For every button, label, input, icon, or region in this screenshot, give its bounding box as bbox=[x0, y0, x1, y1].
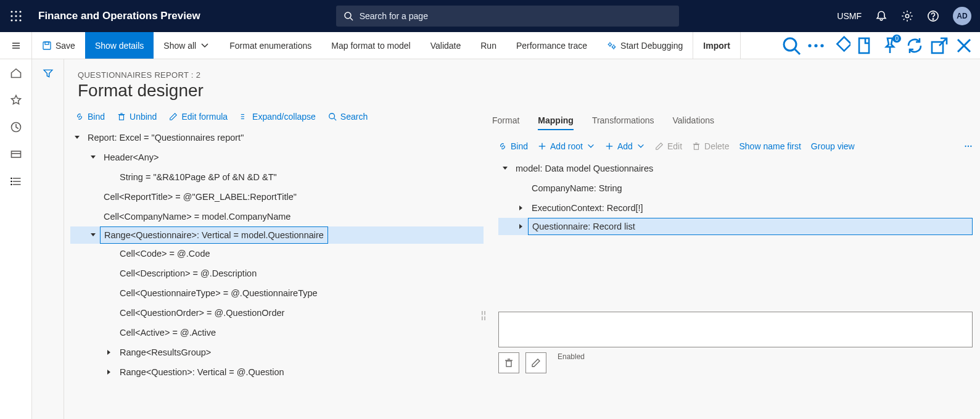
popout-icon[interactable] bbox=[929, 36, 949, 56]
tree-toggle[interactable] bbox=[498, 165, 512, 172]
add-root-button[interactable]: Add root bbox=[538, 141, 595, 151]
attachments-icon[interactable] bbox=[855, 36, 875, 56]
tree-node[interactable]: Cell<CompanyName> = model.CompanyName bbox=[70, 207, 484, 226]
tree-node-label: String = "&R&10Page &P of &N &D &T" bbox=[116, 167, 281, 187]
tree-node-label: Header<Any> bbox=[100, 147, 162, 167]
search-input[interactable] bbox=[360, 11, 672, 21]
tree-node-label: Questionnaire: Record list bbox=[528, 218, 973, 235]
tree-node[interactable]: Questionnaire: Record list bbox=[498, 218, 973, 235]
tree-node-label: Report: Excel = "Questionnaires report" bbox=[84, 128, 247, 147]
map-format-button[interactable]: Map format to model bbox=[321, 32, 420, 59]
modules-icon[interactable] bbox=[10, 175, 22, 188]
help-icon[interactable] bbox=[927, 10, 939, 22]
tree-node-label: Range<Questionnaire>: Vertical = model.Q… bbox=[100, 226, 328, 244]
tree-node[interactable]: CompanyName: String bbox=[498, 178, 973, 198]
add-button[interactable]: Add bbox=[605, 141, 645, 151]
tab-validations[interactable]: Validations bbox=[673, 112, 714, 130]
related-info-icon[interactable] bbox=[831, 36, 850, 56]
tree-node[interactable]: Report: Excel = "Questionnaires report" bbox=[70, 128, 484, 147]
page-title: Format designer bbox=[64, 80, 980, 112]
show-name-first-button[interactable]: Show name first bbox=[739, 141, 801, 151]
settings-icon[interactable] bbox=[901, 10, 913, 22]
tree-toggle[interactable] bbox=[102, 349, 116, 355]
tree-toggle[interactable] bbox=[86, 154, 100, 160]
enabled-label: Enabled bbox=[558, 352, 585, 361]
tree-node-label: Cell<QuestionOrder> = @.QuestionOrder bbox=[116, 303, 288, 323]
nav-toggle[interactable] bbox=[0, 32, 32, 59]
tree-toggle[interactable] bbox=[86, 232, 100, 238]
tree-node[interactable]: Range<Questionnaire>: Vertical = model.Q… bbox=[70, 226, 484, 244]
global-search[interactable] bbox=[336, 6, 679, 27]
tree-node-label: Range<Question>: Vertical = @.Question bbox=[116, 362, 288, 382]
tree-toggle[interactable] bbox=[70, 135, 84, 141]
group-view-button[interactable]: Group view bbox=[811, 141, 855, 151]
avatar[interactable]: AD bbox=[953, 7, 971, 25]
chevron-down-icon bbox=[200, 41, 210, 51]
notifications-icon[interactable] bbox=[875, 10, 887, 22]
workspaces-icon[interactable] bbox=[10, 148, 22, 160]
filter-column[interactable] bbox=[32, 59, 64, 419]
tree-node[interactable]: Range<ResultsGroup> bbox=[70, 342, 484, 362]
import-button[interactable]: Import bbox=[693, 32, 741, 59]
search-icon bbox=[344, 11, 353, 21]
tree-node-label: Cell<Code> = @.Code bbox=[116, 244, 214, 263]
tree-node[interactable]: Cell<ReportTitle> = @"GER_LABEL:ReportTi… bbox=[70, 187, 484, 207]
tree-node[interactable]: Cell<Active> = @.Active bbox=[70, 323, 484, 342]
tab-mapping[interactable]: Mapping bbox=[538, 112, 574, 130]
tree-search-button[interactable]: Search bbox=[328, 112, 368, 122]
filter-icon bbox=[43, 68, 54, 79]
tree-node[interactable]: Cell<Code> = @.Code bbox=[70, 244, 484, 263]
tree-toggle[interactable] bbox=[514, 223, 528, 230]
tree-toggle[interactable] bbox=[102, 369, 116, 375]
validate-button[interactable]: Validate bbox=[421, 32, 471, 59]
show-details-button[interactable]: Show details bbox=[85, 32, 154, 59]
tab-format[interactable]: Format bbox=[492, 112, 519, 130]
bind-button[interactable]: Bind bbox=[75, 112, 105, 122]
tree-node[interactable]: String = "&R&10Page &P of &N &D &T" bbox=[70, 167, 484, 187]
close-icon[interactable] bbox=[954, 36, 974, 56]
recent-icon[interactable] bbox=[10, 121, 22, 133]
mapping-more-icon[interactable] bbox=[964, 142, 973, 151]
chevron-down-icon bbox=[636, 142, 645, 151]
messages-icon[interactable]: 0 bbox=[880, 36, 900, 56]
chevron-down-icon bbox=[587, 142, 595, 151]
company-label[interactable]: USMF bbox=[837, 11, 862, 21]
tab-transformations[interactable]: Transformations bbox=[592, 112, 654, 130]
save-button[interactable]: Save bbox=[32, 32, 85, 59]
expand-collapse-button[interactable]: Expand/collapse bbox=[240, 112, 316, 122]
tree-node[interactable]: Range<Question>: Vertical = @.Question bbox=[70, 362, 484, 382]
tree-node[interactable]: Cell<QuestionnaireType> = @.Questionnair… bbox=[70, 283, 484, 303]
favorites-icon[interactable] bbox=[10, 94, 22, 106]
breadcrumb: QUESTIONNAIRES REPORT : 2 bbox=[64, 59, 980, 80]
tree-node[interactable]: Header<Any> bbox=[70, 147, 484, 167]
mapping-bind-button[interactable]: Bind bbox=[498, 141, 528, 151]
format-tree[interactable]: Report: Excel = "Questionnaires report"H… bbox=[64, 128, 484, 382]
tree-toggle[interactable] bbox=[514, 205, 528, 211]
formula-textbox[interactable] bbox=[498, 312, 973, 347]
tree-node[interactable]: ExecutionContext: Record[!] bbox=[498, 198, 973, 218]
find-icon[interactable] bbox=[781, 36, 801, 56]
run-button[interactable]: Run bbox=[471, 32, 506, 59]
left-rail bbox=[0, 59, 32, 419]
formula-delete-button[interactable] bbox=[498, 352, 519, 373]
tree-node-label: Cell<Active> = @.Active bbox=[116, 323, 220, 342]
more-commands-icon[interactable] bbox=[806, 36, 826, 56]
tree-node[interactable]: model: Data model Questionnaires bbox=[498, 159, 973, 178]
tree-node[interactable]: Cell<QuestionOrder> = @.QuestionOrder bbox=[70, 303, 484, 323]
performance-trace-button[interactable]: Performance trace bbox=[506, 32, 597, 59]
tree-node[interactable]: Cell<Description> = @.Description bbox=[70, 263, 484, 283]
formula-edit-button[interactable] bbox=[525, 352, 546, 373]
action-bar: Save Show details Show all Format enumer… bbox=[0, 32, 980, 59]
show-all-button[interactable]: Show all bbox=[154, 32, 220, 59]
tree-node-label: Cell<Description> = @.Description bbox=[116, 263, 260, 283]
mapping-tree[interactable]: model: Data model QuestionnairesCompanyN… bbox=[491, 156, 980, 238]
mapping-tabs: Format Mapping Transformations Validatio… bbox=[491, 112, 980, 134]
start-debugging-button[interactable]: Start Debugging bbox=[597, 32, 693, 59]
format-toolbar: Bind Unbind Edit formula Expand/collapse… bbox=[64, 112, 484, 128]
app-launcher[interactable] bbox=[0, 10, 32, 22]
edit-formula-button[interactable]: Edit formula bbox=[169, 112, 228, 122]
unbind-button[interactable]: Unbind bbox=[117, 112, 157, 122]
refresh-icon[interactable] bbox=[905, 36, 924, 56]
format-enumerations-button[interactable]: Format enumerations bbox=[220, 32, 321, 59]
home-icon[interactable] bbox=[10, 67, 22, 79]
